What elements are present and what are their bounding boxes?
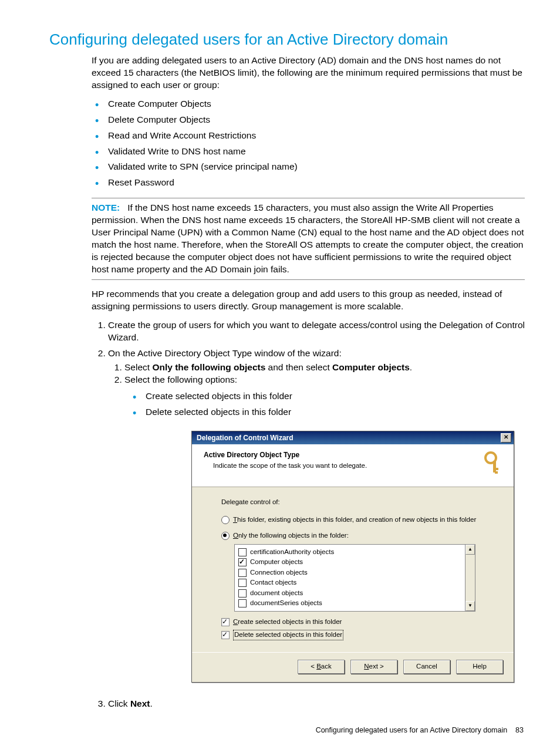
note-label: NOTE: xyxy=(92,202,120,212)
intro-paragraph: If you are adding delegated users to an … xyxy=(92,55,525,92)
steps-list: Create the group of users for which you … xyxy=(92,318,525,712)
substep-2: Select the following options: Create sel… xyxy=(124,374,525,420)
delegate-label: Delegate control of: xyxy=(221,498,497,507)
key-icon xyxy=(482,450,507,475)
step-1: Create the group of users for which you … xyxy=(108,318,525,346)
page-footer: Configuring delegated users for an Activ… xyxy=(49,726,525,734)
back-button[interactable]: < Back xyxy=(298,660,345,674)
list-item[interactable]: Connection objects xyxy=(238,568,461,578)
checkbox-icon[interactable] xyxy=(238,548,247,556)
svg-rect-3 xyxy=(495,471,498,474)
substep-1: Select Only the following objects and th… xyxy=(124,362,525,374)
checkbox-delete-objects[interactable] xyxy=(221,631,230,639)
checkbox-icon[interactable] xyxy=(238,558,247,566)
radio-this-folder-label: This folder, existing objects in this fo… xyxy=(233,515,476,525)
help-button[interactable]: Help xyxy=(456,660,503,674)
object-type-listbox[interactable]: certificationAuthority objects Computer … xyxy=(234,544,497,612)
perm-item: Read and Write Account Restrictions xyxy=(108,128,525,144)
permissions-list: Create Computer Objects Delete Computer … xyxy=(92,96,525,191)
scroll-down-icon[interactable]: ▼ xyxy=(465,601,475,611)
dialog-titlebar: Delegation of Control Wizard ✕ xyxy=(192,431,514,444)
step-3: Click Next. xyxy=(108,696,525,712)
perm-item: Reset Password xyxy=(108,175,525,191)
recommend-paragraph: HP recommends that you create a delegati… xyxy=(92,288,525,313)
checkbox-icon[interactable] xyxy=(238,599,247,607)
sub-bullet: Delete selected objects in this folder xyxy=(146,404,525,420)
checkbox-create-label: Create selected objects in this folder xyxy=(233,617,342,627)
listbox-scrollbar[interactable]: ▲ ▼ xyxy=(465,544,475,612)
note-text: If the DNS host name exceeds 15 characte… xyxy=(92,202,524,274)
delegation-wizard-dialog: Delegation of Control Wizard ✕ Active Di… xyxy=(191,431,514,683)
sub-bullet-list: Create selected objects in this folder D… xyxy=(129,389,525,420)
perm-item: Delete Computer Objects xyxy=(108,112,525,128)
radio-only-following[interactable] xyxy=(221,532,230,540)
dialog-header-subtitle: Indicate the scope of the task you want … xyxy=(213,461,482,471)
perm-item: Validated Write to DNS host name xyxy=(108,144,525,160)
step-2: On the Active Directory Object Type wind… xyxy=(108,346,525,696)
dialog-header-title: Active Directory Object Type xyxy=(204,450,482,460)
note-box: NOTE: If the DNS host name exceeds 15 ch… xyxy=(92,198,525,280)
dialog-header: Active Directory Object Type Indicate th… xyxy=(192,444,514,487)
step-2-text: On the Active Directory Object Type wind… xyxy=(108,348,342,358)
radio-this-folder[interactable] xyxy=(221,516,230,524)
list-item[interactable]: documentSeries objects xyxy=(238,598,461,609)
svg-rect-1 xyxy=(493,461,496,472)
checkbox-create-objects[interactable] xyxy=(221,618,230,626)
dialog-button-row: < Back Next > Cancel Help xyxy=(192,652,514,682)
dialog-body: Delegate control of: This folder, existi… xyxy=(192,487,514,652)
checkbox-icon[interactable] xyxy=(238,589,247,598)
svg-rect-2 xyxy=(495,468,498,470)
list-item[interactable]: document objects xyxy=(238,588,461,599)
next-button[interactable]: Next > xyxy=(350,660,397,674)
perm-item: Validated write to SPN (service principa… xyxy=(108,159,525,175)
checkbox-icon[interactable] xyxy=(238,579,247,587)
cancel-button[interactable]: Cancel xyxy=(403,660,450,674)
list-item[interactable]: certificationAuthority objects xyxy=(238,547,461,558)
list-item[interactable]: Contact objects xyxy=(238,578,461,588)
perm-item: Create Computer Objects xyxy=(108,96,525,112)
substeps-list: Select Only the following objects and th… xyxy=(108,362,525,420)
scroll-up-icon[interactable]: ▲ xyxy=(465,545,475,555)
page-heading: Configuring delegated users for an Activ… xyxy=(49,31,525,49)
dialog-title: Delegation of Control Wizard xyxy=(197,433,294,443)
list-item[interactable]: Computer objects xyxy=(238,557,461,568)
checkbox-delete-label: Delete selected objects in this folder xyxy=(233,630,343,640)
radio-only-following-label: Only the following objects in the folder… xyxy=(233,531,349,541)
checkbox-icon[interactable] xyxy=(238,569,247,577)
sub-bullet: Create selected objects in this folder xyxy=(146,389,525,404)
close-button[interactable]: ✕ xyxy=(501,433,511,443)
